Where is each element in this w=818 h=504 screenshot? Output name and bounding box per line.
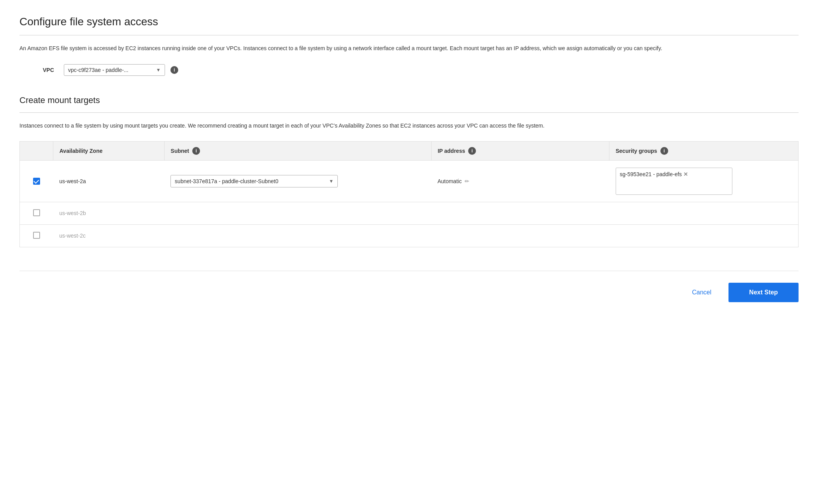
- mount-targets-title: Create mount targets: [19, 95, 799, 105]
- row3-sg: [609, 224, 799, 247]
- mount-targets-table: Availability Zone Subnet i IP address i …: [19, 141, 799, 247]
- table-row: us-west-2c: [20, 224, 799, 247]
- footer: Cancel Next Step: [19, 271, 799, 302]
- row3-ip: [431, 224, 609, 247]
- page-description: An Amazon EFS file system is accessed by…: [19, 44, 759, 52]
- vpc-row: VPC vpc-c9f273ae - paddle-... ▼ i: [43, 64, 799, 76]
- subnet-info-icon[interactable]: i: [192, 147, 200, 155]
- row1-sg-box: sg-5953ee21 - paddle-efs ✕: [616, 168, 732, 195]
- row3-check-cell: [20, 224, 53, 247]
- header-check: [20, 141, 53, 160]
- mount-targets-description: Instances connect to a file system by us…: [19, 121, 759, 130]
- row2-sg: [609, 202, 799, 224]
- vpc-value: vpc-c9f273ae - paddle-...: [68, 67, 128, 73]
- row1-check-cell: [20, 160, 53, 202]
- page-title: Configure file system access: [19, 16, 799, 28]
- table-row: us-west-2a subnet-337e817a - paddle-clus…: [20, 160, 799, 202]
- table-row: us-west-2b: [20, 202, 799, 224]
- row1-sg: sg-5953ee21 - paddle-efs ✕: [609, 160, 799, 202]
- vpc-dropdown-arrow: ▼: [156, 67, 161, 73]
- row3-az: us-west-2c: [53, 224, 164, 247]
- row2-subnet: [164, 202, 431, 224]
- vpc-label: VPC: [43, 67, 58, 73]
- cancel-button[interactable]: Cancel: [684, 285, 719, 300]
- row2-az: us-west-2b: [53, 202, 164, 224]
- table-header-row: Availability Zone Subnet i IP address i …: [20, 141, 799, 160]
- next-step-button[interactable]: Next Step: [728, 283, 799, 302]
- row1-az: us-west-2a: [53, 160, 164, 202]
- title-divider: [19, 35, 799, 35]
- row2-check-cell: [20, 202, 53, 224]
- row1-checkbox[interactable]: [33, 178, 40, 185]
- header-sg: Security groups i: [609, 141, 799, 160]
- row1-ip: Automatic ✏: [431, 160, 609, 202]
- row1-subnet: subnet-337e817a - paddle-cluster-Subnet0…: [164, 160, 431, 202]
- ip-edit-icon[interactable]: ✏: [465, 178, 469, 184]
- header-ip: IP address i: [431, 141, 609, 160]
- header-subnet: Subnet i: [164, 141, 431, 160]
- row1-sg-tag: sg-5953ee21 - paddle-efs ✕: [620, 171, 688, 177]
- row2-ip: [431, 202, 609, 224]
- ip-info-icon[interactable]: i: [468, 147, 476, 155]
- mount-targets-divider: [19, 112, 799, 113]
- vpc-info-icon[interactable]: i: [170, 66, 178, 74]
- subnet-arrow: ▼: [329, 178, 334, 184]
- header-az: Availability Zone: [53, 141, 164, 160]
- vpc-dropdown[interactable]: vpc-c9f273ae - paddle-... ▼: [64, 64, 165, 76]
- row3-subnet: [164, 224, 431, 247]
- sg-info-icon[interactable]: i: [660, 147, 668, 155]
- sg-remove-button[interactable]: ✕: [683, 171, 688, 177]
- row3-checkbox[interactable]: [33, 232, 40, 239]
- row1-subnet-dropdown[interactable]: subnet-337e817a - paddle-cluster-Subnet0…: [170, 175, 338, 187]
- row2-checkbox[interactable]: [33, 209, 40, 216]
